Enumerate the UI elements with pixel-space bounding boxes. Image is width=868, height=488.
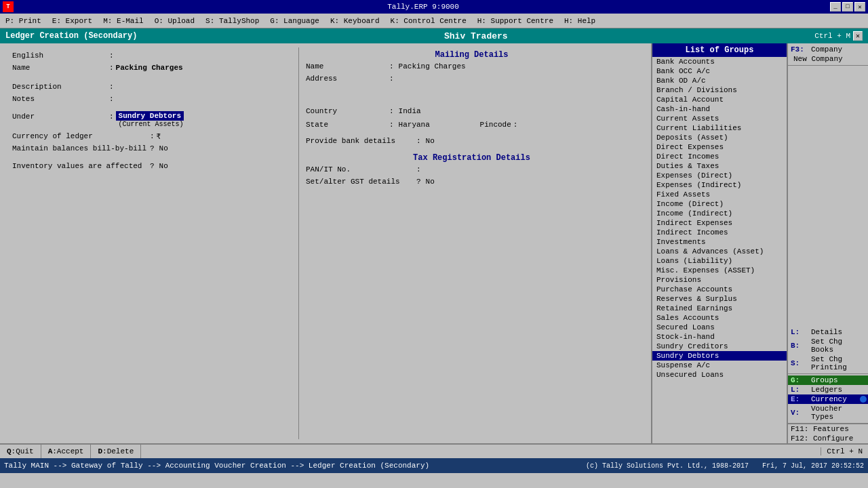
notes-colon: : [107, 95, 116, 103]
group-item[interactable]: Capital Account [652, 95, 787, 104]
group-item[interactable]: Sundry Debtors [652, 351, 787, 361]
group-item[interactable]: Direct Incomes [652, 152, 787, 161]
group-item[interactable]: Current Liabilities [652, 123, 787, 133]
maintain-value[interactable]: No [159, 144, 168, 152]
ledgers-label: Ledgers [811, 386, 842, 394]
new-company-label: New Company [793, 55, 843, 63]
window-title: Tally.ERP 9:9000 [16, 3, 830, 11]
accept-button[interactable]: A : Accept [41, 445, 92, 458]
group-item[interactable]: Misc. Expenses (ASSET) [652, 266, 787, 275]
group-item[interactable]: Cash-in-hand [652, 104, 787, 114]
group-item[interactable]: Sundry Creditors [652, 342, 787, 351]
group-item[interactable]: Deposits (Asset) [652, 133, 787, 142]
group-item[interactable]: Stock-in-hand [652, 332, 787, 342]
quit-button[interactable]: Q : Quit [0, 445, 41, 458]
english-row: English : [12, 52, 293, 62]
group-item[interactable]: Duties & Taxes [652, 161, 787, 171]
group-item[interactable]: Income (Indirect) [652, 209, 787, 218]
tax-title: Tax Registration Details [306, 153, 637, 163]
name-value[interactable]: Packing Charges [116, 64, 183, 72]
group-item[interactable]: Fixed Assets [652, 190, 787, 199]
menu-export[interactable]: E: Export [47, 16, 98, 26]
under-label: Under [12, 113, 107, 121]
group-item[interactable]: Expenses (Direct) [652, 171, 787, 180]
shortcut-company[interactable]: F3: Company [788, 45, 868, 54]
inventory-row: Inventory values are affected ? No [12, 162, 293, 173]
group-item[interactable]: Purchase Accounts [652, 285, 787, 294]
group-item[interactable]: Suspense A/c [652, 361, 787, 370]
gst-row: Set/alter GST details ? No [306, 178, 637, 188]
group-item[interactable]: Investments [652, 237, 787, 247]
shortcut-set-chg-books[interactable]: B: Set Chg Books [788, 337, 868, 354]
group-item[interactable]: Indirect Expenses [652, 218, 787, 228]
accept-label: Accept [57, 447, 84, 455]
window-controls[interactable]: _ □ ✕ [830, 2, 865, 12]
inventory-value[interactable]: No [159, 162, 168, 170]
shortcut-details[interactable]: L: Details [788, 327, 868, 337]
header-right: Ctrl + M ✕ [814, 31, 863, 41]
delete-label: Delete [107, 447, 134, 455]
menu-help[interactable]: H: Help [559, 16, 601, 26]
maintain-q: ? [148, 144, 157, 152]
l-key: L: [791, 328, 810, 336]
under-row: Under : Sundry Debtors (Current Assets) [12, 111, 293, 128]
group-item[interactable]: Bank OD A/c [652, 76, 787, 85]
panel-close-button[interactable]: ✕ [853, 31, 863, 41]
l-key2: L: [791, 386, 810, 394]
menu-support[interactable]: H: Support Centre [472, 16, 559, 26]
group-item[interactable]: Branch / Divisions [652, 85, 787, 95]
f12-label: F12: Configure [791, 434, 853, 443]
b-key: B: [791, 342, 810, 350]
minimize-button[interactable]: _ [830, 2, 841, 12]
quit-label: Quit [16, 447, 33, 455]
description-row: Description : [12, 83, 293, 94]
menu-print[interactable]: P: Print [0, 16, 47, 26]
group-item[interactable]: Provisions [652, 275, 787, 285]
shortcut-set-chg-printing[interactable]: S: Set Chg Printing [788, 354, 868, 372]
shortcut-configure[interactable]: F12: Configure [788, 434, 868, 443]
group-item[interactable]: Secured Loans [652, 323, 787, 332]
gst-value[interactable]: No [426, 178, 435, 186]
shortcut-features[interactable]: F11: Features [788, 424, 868, 434]
set-chg-books-label: Set Chg Books [811, 338, 865, 354]
mailing-name-value[interactable]: Packing Charges [399, 62, 466, 70]
group-item[interactable]: Expenses (Indirect) [652, 180, 787, 190]
ctrl-n-label: Ctrl + N [821, 447, 868, 455]
shortcut-currency[interactable]: E: Currency [788, 394, 868, 404]
delete-button[interactable]: D : Delete [91, 445, 141, 458]
under-value[interactable]: Sundry Debtors [116, 111, 184, 121]
group-item[interactable]: Bank OCC A/c [652, 66, 787, 76]
menu-keyboard[interactable]: K: Keyboard [325, 16, 385, 26]
menu-email[interactable]: M: E-Mail [98, 16, 149, 26]
menu-control-centre[interactable]: K: Control Centre [385, 16, 472, 26]
close-button[interactable]: ✕ [854, 2, 865, 12]
maximize-button[interactable]: □ [842, 2, 853, 12]
group-item[interactable]: Reserves & Surplus [652, 294, 787, 304]
group-item[interactable]: Bank Accounts [652, 57, 787, 66]
group-item[interactable]: Current Assets [652, 114, 787, 123]
shortcut-ledgers[interactable]: L: Ledgers [788, 385, 868, 394]
group-item[interactable]: Retained Earnings [652, 304, 787, 313]
group-item[interactable]: Loans & Advances (Asset) [652, 247, 787, 256]
group-item[interactable]: Indirect Incomes [652, 228, 787, 237]
company-name: Shiv Traders [444, 31, 508, 41]
mailing-state-row: State : Haryana Pincode : [306, 119, 637, 130]
menu-upload[interactable]: O: Upload [149, 16, 200, 26]
shortcut-groups[interactable]: G: Groups [788, 375, 868, 385]
menu-bar: P: Print E: Export M: E-Mail O: Upload S… [0, 14, 868, 28]
maintain-label: Maintain balances bill-by-bill [12, 144, 148, 152]
mailing-bank-value[interactable]: No [426, 137, 435, 145]
group-item[interactable]: Loans (Liability) [652, 256, 787, 266]
menu-tallyshop[interactable]: S: TallyShop [200, 16, 264, 26]
group-item[interactable]: Sales Accounts [652, 313, 787, 323]
group-item[interactable]: Unsecured Loans [652, 370, 787, 380]
group-item[interactable]: Income (Direct) [652, 199, 787, 209]
menu-language[interactable]: G: Language [264, 16, 325, 26]
ctrl-m-label: Ctrl + M [814, 32, 850, 40]
mailing-bank-row: Provide bank details : No [306, 137, 637, 148]
shortcut-new-company[interactable]: New Company [788, 54, 868, 64]
accept-key: A [48, 447, 53, 455]
group-item[interactable]: Direct Expenses [652, 142, 787, 152]
shortcut-voucher-types[interactable]: V: Voucher Types [788, 404, 868, 422]
datetime: Fri, 7 Jul, 2017 20:52:52 [762, 462, 864, 470]
